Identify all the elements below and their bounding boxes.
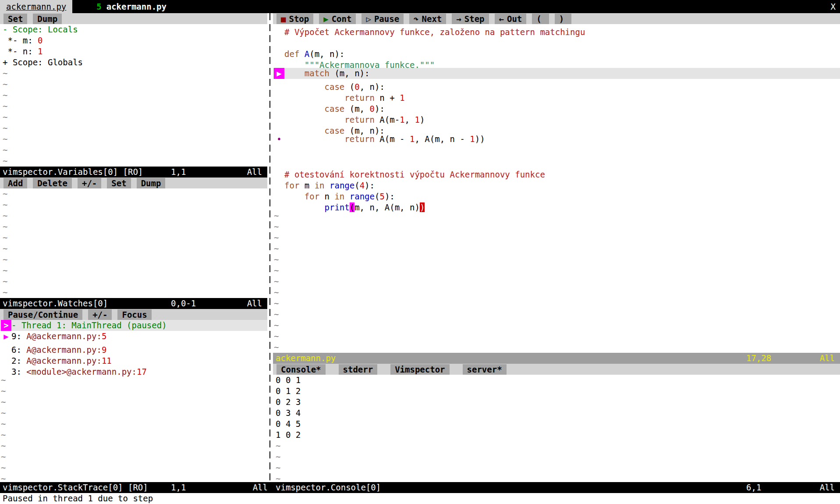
tab-ackermann[interactable]: ackermann.py xyxy=(0,0,72,13)
buffer-line: ~ xyxy=(273,221,840,232)
vimspector-tab-button[interactable]: Vimspector xyxy=(390,364,449,375)
sign-column xyxy=(1,342,11,353)
bottom-status-row: vimspector.StackTrace[0] [RO] 1,1 All vi… xyxy=(0,482,840,493)
next-button[interactable]: ↷Next xyxy=(409,14,446,24)
continue-icon: ▶ xyxy=(323,14,328,24)
buffer-line: ~ xyxy=(273,243,840,254)
stacktrace-statusline: vimspector.StackTrace[0] [RO] 1,1 All xyxy=(0,482,273,493)
stop-icon: ■ xyxy=(281,14,286,24)
out-button-label: Out xyxy=(507,14,522,24)
next-button-label: Next xyxy=(422,14,442,24)
next-icon: ↷ xyxy=(414,14,418,24)
variables-statusline: vimspector.Variables[0] [RO] 1,1 All xyxy=(0,167,267,177)
stacktrace-toolbar: Pause/Continue+/-Focus xyxy=(0,309,267,320)
sign-column xyxy=(274,79,284,90)
vimspector-tab-button-label: Vimspector xyxy=(395,365,445,374)
variables-dump-button-label: Dump xyxy=(37,14,57,24)
stack-expand-collapse-button[interactable]: +/- xyxy=(88,309,112,320)
stack-frame-line: 3: <module>@ackermann.py:17 xyxy=(0,364,267,375)
variables-buffer[interactable]: - Scope: Locals *- m: 0 *- n: 1+ Scope: … xyxy=(0,24,267,167)
buffer-line: ~ xyxy=(273,462,840,473)
buffer-line: ~ xyxy=(0,188,267,199)
window-separator[interactable] xyxy=(267,13,273,482)
watch-delete-button[interactable]: Delete xyxy=(33,178,72,188)
console-buffer[interactable]: 0 0 10 1 20 2 30 3 40 4 51 0 2~~~~ xyxy=(273,375,840,482)
buffer-line: ~ xyxy=(0,254,267,265)
watch-set-button[interactable]: Set xyxy=(107,178,131,188)
frame-up-icon: ( xyxy=(536,14,541,24)
pause-continue-thread-button[interactable]: Pause/Continue xyxy=(4,309,82,320)
buffer-line: ~ xyxy=(0,79,267,90)
out-button[interactable]: ←Out xyxy=(495,14,527,24)
stacktrace-buffer[interactable]: >- Thread 1: MainThread (paused)▶9: A@ac… xyxy=(0,320,267,482)
console-statusline-name: vimspector.Console[0] xyxy=(276,482,381,493)
sign-column xyxy=(274,24,284,35)
buffer-line: *- n: 1 xyxy=(0,46,267,57)
pause-button-label: Pause xyxy=(374,14,399,24)
watch-expand-collapse-button[interactable]: +/- xyxy=(78,178,101,188)
watches-buffer[interactable]: ~~~~~~~~~~ xyxy=(0,188,267,298)
console-output-line: 0 1 2 xyxy=(273,386,840,397)
buffer-line: ~ xyxy=(0,462,267,473)
main-area: SetDump - Scope: Locals *- m: 0 *- n: 1+… xyxy=(0,13,840,482)
thread-line: >- Thread 1: MainThread (paused) xyxy=(0,320,267,331)
server-tab-button[interactable]: server* xyxy=(463,364,507,375)
frame-down-button[interactable]: ) xyxy=(555,14,571,24)
buffer-line: ~ xyxy=(0,101,267,112)
code-line: case (0, n): xyxy=(273,79,840,90)
buffer-line: ~ xyxy=(273,232,840,243)
console-statusline: vimspector.Console[0] 6,1 All xyxy=(273,482,840,493)
code-statusline: ackermann.py 17,28 All xyxy=(273,353,840,364)
watches-toolbar: AddDelete+/-SetDump xyxy=(0,177,267,188)
code-line: """Ackermannova funkce.""" xyxy=(273,57,840,68)
code-line: def A(m, n): xyxy=(273,46,840,57)
buffer-line: ~ xyxy=(0,276,267,287)
continue-button-label: Cont xyxy=(332,14,352,24)
code-line: # otestování korektnosti výpočtu Ackerma… xyxy=(273,167,840,177)
step-button-label: Step xyxy=(464,14,485,24)
buffer-line: *- m: 0 xyxy=(0,35,267,46)
tabline-fill xyxy=(171,0,826,13)
buffer-line: ~ xyxy=(0,112,267,123)
buffer-line: ~ xyxy=(273,254,840,265)
sign-column xyxy=(274,145,284,156)
buffer-line: ~ xyxy=(0,210,267,221)
pause-button[interactable]: ▷Pause xyxy=(362,14,404,24)
buffer-line: ~ xyxy=(0,287,267,298)
buffer-line: ~ xyxy=(273,298,840,309)
tab-current[interactable]: 5 ackermann.py xyxy=(92,0,171,13)
buffer-line: ~ xyxy=(273,440,840,451)
vim-vimspector-screen: ackermann.py 5 ackermann.py X SetDump - … xyxy=(0,0,840,504)
watch-add-button[interactable]: Add xyxy=(4,178,27,188)
watches-statusline: vimspector.Watches[0] 0,0-1 All xyxy=(0,298,267,309)
code-line-cursor: print(m, n, A(m, n)) xyxy=(273,199,840,210)
frame-up-button[interactable]: ( xyxy=(532,14,549,24)
tab-close-button[interactable]: X xyxy=(826,0,840,13)
stop-button[interactable]: ■Stop xyxy=(276,14,313,24)
stderr-tab-button[interactable]: stderr xyxy=(339,364,378,375)
console-tab-button[interactable]: Console* xyxy=(276,364,326,375)
focus-thread-button[interactable]: Focus xyxy=(117,309,151,320)
sign-column xyxy=(1,364,11,375)
buffer-line: ~ xyxy=(0,440,267,451)
continue-button[interactable]: ▶Cont xyxy=(319,14,356,24)
tab-ackermann-label: ackermann.py xyxy=(6,2,66,11)
buffer-line: ~ xyxy=(0,386,267,397)
stacktrace-statusline-name: vimspector.StackTrace[0] [RO] xyxy=(3,482,148,493)
step-button[interactable]: →Step xyxy=(452,14,489,24)
buffer-line: + Scope: Globals xyxy=(0,57,267,68)
stacktrace-scroll-indicator: All xyxy=(253,482,268,493)
buffer-line: ~ xyxy=(0,90,267,101)
sign-column xyxy=(274,167,284,177)
code-line: # Výpočet Ackermannovy funkce, založeno … xyxy=(273,24,840,35)
watch-dump-button[interactable]: Dump xyxy=(137,178,166,188)
buffer-line: ~ xyxy=(273,287,840,298)
variables-set-button[interactable]: Set xyxy=(4,14,27,24)
variables-dump-button[interactable]: Dump xyxy=(33,14,62,24)
sign-column xyxy=(1,353,11,364)
debug-toolbar: ■Stop▶Cont▷Pause↷Next→Step←Out() xyxy=(273,13,840,24)
thread-cursor-icon: > xyxy=(1,320,11,331)
code-buffer[interactable]: # Výpočet Ackermannovy funkce, založeno … xyxy=(273,24,840,353)
buffer-line: ~ xyxy=(273,331,840,342)
stack-expand-collapse-button-label: +/- xyxy=(92,310,107,319)
